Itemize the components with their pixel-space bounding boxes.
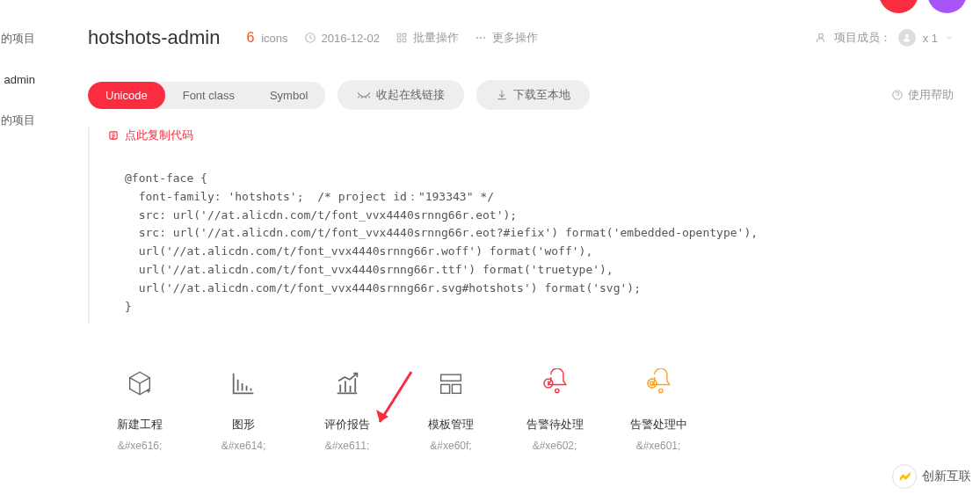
- bell-gear-icon: [643, 368, 673, 398]
- batch-icon: [396, 32, 408, 44]
- icon-label: 新建工程: [88, 417, 192, 433]
- avatar: [898, 29, 916, 47]
- svg-point-6: [480, 37, 482, 39]
- icon-label: 告警处理中: [606, 417, 710, 433]
- icon-unicode: &#xe611;: [295, 440, 399, 452]
- project-date: 2016-12-02: [304, 32, 381, 45]
- svg-rect-1: [397, 33, 401, 37]
- icon-label: 告警待处理: [503, 417, 606, 433]
- clock-icon: [304, 32, 316, 44]
- icon-unicode: &#xe601;: [606, 440, 710, 452]
- icon-item-alarm-processing[interactable]: 告警处理中 &#xe601;: [606, 368, 710, 452]
- members-count: x 1: [923, 32, 938, 45]
- bell-alert-icon: [540, 368, 570, 398]
- copy-icon: [107, 129, 120, 142]
- bar-chart-icon: [229, 368, 258, 398]
- watermark-icon: [892, 464, 917, 489]
- batch-action[interactable]: 批量操作: [396, 30, 459, 46]
- icon-count-label: icons: [261, 32, 287, 45]
- sidebar-item-my-projects[interactable]: 的项目: [0, 31, 48, 47]
- code-panel: 点此复制代码 @font-face { font-family: 'hotsho…: [88, 127, 954, 324]
- more-icon: [475, 32, 487, 44]
- layout-icon: [436, 368, 466, 398]
- more-action[interactable]: 更多操作: [475, 30, 538, 46]
- svg-point-5: [476, 37, 478, 39]
- download-button[interactable]: 下载至本地: [476, 80, 590, 110]
- icon-item-chart[interactable]: 图形 &#xe614;: [192, 368, 295, 452]
- watermark: 创新互联: [892, 464, 971, 489]
- svg-point-19: [650, 382, 654, 385]
- icon-label: 模板管理: [399, 417, 503, 433]
- svg-rect-12: [441, 375, 461, 381]
- icon-item-template[interactable]: 模板管理 &#xe60f;: [399, 368, 503, 452]
- svg-rect-14: [452, 385, 461, 394]
- toolbar: Unicode Font class Symbol 收起在线链接 下载至本地 使…: [88, 80, 954, 110]
- header-circle-purple: [927, 0, 967, 13]
- project-members[interactable]: 项目成员： x 1: [815, 29, 954, 47]
- svg-point-15: [555, 389, 559, 393]
- cube-plus-icon: [125, 368, 155, 398]
- icon-unicode: &#xe614;: [192, 440, 295, 452]
- svg-rect-4: [403, 39, 406, 42]
- sidebar-item-admin[interactable]: admin: [0, 73, 48, 86]
- collapse-link-button[interactable]: 收起在线链接: [338, 80, 464, 110]
- sidebar: 的项目 admin 的项目: [0, 0, 48, 155]
- svg-point-8: [818, 33, 823, 38]
- format-tabs: Unicode Font class Symbol: [88, 82, 325, 109]
- copy-code-button[interactable]: 点此复制代码: [107, 127, 954, 143]
- icon-count: 6: [246, 30, 254, 45]
- icon-unicode: &#xe60f;: [399, 440, 503, 452]
- tab-unicode[interactable]: Unicode: [88, 82, 165, 109]
- icon-label: 评价报告: [295, 417, 399, 433]
- icon-item-alarm-pending[interactable]: 告警待处理 &#xe602;: [503, 368, 606, 452]
- svg-point-7: [483, 37, 485, 39]
- tab-symbol[interactable]: Symbol: [252, 82, 325, 109]
- icon-label: 图形: [192, 417, 295, 433]
- tab-fontclass[interactable]: Font class: [165, 82, 252, 109]
- trend-chart-icon: [332, 368, 362, 398]
- help-icon: [891, 89, 904, 101]
- download-icon: [496, 89, 508, 101]
- project-title: hotshots-admin: [88, 26, 220, 49]
- icon-item-report[interactable]: 评价报告 &#xe611;: [295, 368, 399, 452]
- icon-unicode: &#xe602;: [503, 440, 606, 452]
- header-circle-red: [879, 0, 918, 13]
- svg-point-17: [659, 389, 663, 393]
- icon-unicode: &#xe616;: [88, 440, 192, 452]
- svg-rect-2: [403, 33, 406, 37]
- sidebar-item-projects-2[interactable]: 的项目: [0, 113, 48, 128]
- svg-rect-3: [397, 39, 401, 42]
- chevron-down-icon: [945, 33, 954, 42]
- svg-rect-13: [441, 385, 450, 394]
- code-content: @font-face { font-family: 'hotshots'; /*…: [107, 161, 954, 324]
- help-link[interactable]: 使用帮助: [891, 87, 954, 103]
- icon-item-new-project[interactable]: 新建工程 &#xe616;: [88, 368, 192, 452]
- user-icon: [815, 32, 827, 44]
- svg-point-9: [905, 34, 909, 38]
- members-label: 项目成员：: [834, 30, 891, 46]
- project-header: hotshots-admin 6 icons 2016-12-02 批量操作 更…: [88, 26, 954, 49]
- eye-closed-icon: [357, 91, 371, 99]
- icon-grid: 新建工程 &#xe616; 图形 &#xe614; 评价报告 &#xe611; …: [88, 368, 954, 452]
